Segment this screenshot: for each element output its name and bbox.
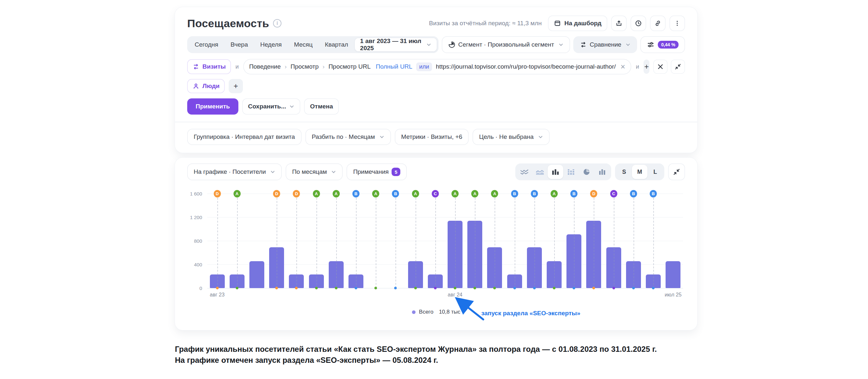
- note-marker-A[interactable]: A: [491, 190, 498, 198]
- metrics-pill[interactable]: Метрики · Визиты, +6: [395, 129, 469, 145]
- note-marker-D[interactable]: D: [214, 190, 221, 198]
- marker-guideline: [277, 198, 277, 288]
- note-marker-B[interactable]: B: [352, 190, 360, 198]
- marker-guideline: [534, 198, 535, 288]
- remove-condition-icon[interactable]: ✕: [620, 63, 625, 71]
- pie-segment-icon: [448, 41, 455, 48]
- chevron-down-icon: [289, 104, 294, 109]
- chart-view-controls: S M L: [515, 164, 685, 180]
- segment-selector[interactable]: Сегмент · Произвольный сегмент: [442, 36, 570, 53]
- tab-yesterday[interactable]: Вчера: [224, 41, 254, 48]
- note-axis-dot: [236, 287, 238, 289]
- chart-column: [247, 194, 267, 288]
- note-marker-C[interactable]: C: [610, 190, 617, 198]
- collapse-editor-button[interactable]: [671, 60, 685, 74]
- date-range-picker[interactable]: 1 авг 2023 — 31 июл 2025: [354, 38, 437, 52]
- clear-filters-button[interactable]: [653, 60, 668, 74]
- size-m-button[interactable]: M: [632, 165, 647, 179]
- tab-quarter[interactable]: Квартал: [319, 41, 354, 48]
- marker-guideline: [515, 198, 515, 288]
- note-marker-B[interactable]: B: [630, 190, 637, 198]
- comparison-toggle[interactable]: Сравнение: [573, 36, 638, 53]
- history-button[interactable]: [630, 15, 646, 31]
- on-chart-selector[interactable]: На графике · Посетители: [187, 164, 282, 180]
- bar-окт 23[interactable]: [249, 261, 264, 288]
- y-axis-label: 800: [187, 238, 202, 244]
- note-marker-D[interactable]: D: [273, 190, 280, 198]
- note-marker-B[interactable]: B: [511, 190, 518, 198]
- grouping-pill[interactable]: Группировка · Интервал дат визита: [187, 129, 302, 145]
- chevron-down-icon: [538, 134, 543, 139]
- more-menu-button[interactable]: [670, 15, 685, 31]
- note-axis-dot: [394, 287, 397, 289]
- note-marker-A[interactable]: A: [333, 190, 340, 198]
- report-header: Посещаемость i Визиты за отчётный период…: [187, 15, 685, 31]
- note-marker-C[interactable]: C: [432, 190, 439, 198]
- chart-type-stacked-icon[interactable]: [563, 165, 579, 179]
- chart-type-area-icon[interactable]: [532, 165, 548, 179]
- bar-июл 25[interactable]: [665, 261, 680, 288]
- clock-icon: [635, 20, 642, 27]
- note-marker-A[interactable]: A: [372, 190, 379, 198]
- info-icon[interactable]: i: [273, 19, 281, 28]
- url-condition-pill[interactable]: Поведение › Просмотр › Просмотр URL Полн…: [243, 59, 631, 74]
- tab-month[interactable]: Месяц: [288, 41, 319, 48]
- chart-legend[interactable]: Всего 10,8 тыс: [187, 309, 685, 315]
- chart-type-pie-icon[interactable]: [579, 165, 594, 179]
- collapse-chart-button[interactable]: [668, 164, 685, 180]
- chart-type-histogram-icon[interactable]: [594, 165, 610, 179]
- cancel-button[interactable]: Отмена: [304, 98, 339, 114]
- note-marker-A[interactable]: A: [234, 190, 241, 198]
- apply-button[interactable]: Применить: [187, 98, 238, 114]
- sampling-settings-button[interactable]: 0,44 %: [640, 36, 685, 53]
- size-l-button[interactable]: L: [647, 165, 663, 179]
- split-by-pill[interactable]: Разбить по · Месяцам: [305, 129, 391, 145]
- note-axis-dot: [553, 287, 555, 289]
- note-marker-A[interactable]: A: [452, 190, 459, 198]
- tab-week[interactable]: Неделя: [254, 41, 288, 48]
- metrica-report-page: Посещаемость i Визиты за отчётный период…: [0, 0, 868, 379]
- marker-guideline: [455, 198, 456, 288]
- url-value: https://journal.topvisor.com/ru/pro-topv…: [436, 63, 616, 70]
- chart-column: D: [267, 194, 287, 288]
- note-marker-D[interactable]: D: [590, 190, 597, 198]
- export-button[interactable]: [611, 15, 627, 31]
- copy-link-button[interactable]: [650, 15, 665, 31]
- chart-column: Dавг 23: [207, 194, 227, 288]
- size-s-button[interactable]: S: [616, 165, 632, 179]
- note-marker-A[interactable]: A: [313, 190, 320, 198]
- note-marker-A[interactable]: A: [471, 190, 478, 198]
- add-people-condition-button[interactable]: +: [229, 79, 243, 93]
- to-dashboard-button[interactable]: На дашборд: [548, 15, 607, 31]
- or-operator-chip[interactable]: или: [416, 63, 432, 71]
- marker-guideline: [237, 198, 238, 288]
- chart-type-line-icon[interactable]: [517, 165, 532, 179]
- note-axis-dot: [434, 287, 437, 289]
- chart-column: A: [227, 194, 247, 288]
- note-marker-B[interactable]: B: [650, 190, 657, 198]
- goal-pill[interactable]: Цель · Не выбрана: [472, 129, 549, 145]
- period-step-selector[interactable]: По месяцам: [286, 164, 343, 180]
- gridline: [207, 288, 683, 288]
- tab-today[interactable]: Сегодня: [188, 41, 224, 48]
- match-type-link[interactable]: Полный URL: [376, 63, 412, 70]
- divider: [175, 122, 697, 122]
- chart-type-bar-icon[interactable]: [548, 165, 563, 179]
- note-marker-B[interactable]: B: [531, 190, 538, 198]
- breadcrumb-behavior: Поведение: [249, 63, 281, 70]
- note-marker-B[interactable]: B: [392, 190, 399, 198]
- chevron-down-icon: [625, 42, 630, 47]
- note-marker-D[interactable]: D: [293, 190, 300, 198]
- add-condition-button[interactable]: +: [644, 60, 649, 74]
- page-title: Посещаемость: [187, 17, 269, 30]
- metric-visits-pill[interactable]: Визиты: [187, 59, 231, 74]
- note-marker-A[interactable]: A: [412, 190, 419, 198]
- note-marker-A[interactable]: A: [551, 190, 558, 198]
- people-pill[interactable]: Люди: [187, 79, 225, 93]
- note-axis-dot: [295, 287, 298, 289]
- notes-toggle[interactable]: Примечания 5: [346, 164, 407, 180]
- note-axis-dot: [592, 287, 595, 289]
- note-marker-B[interactable]: B: [570, 190, 578, 198]
- chart-column: B: [623, 194, 643, 288]
- save-button[interactable]: Сохранить...: [242, 98, 301, 114]
